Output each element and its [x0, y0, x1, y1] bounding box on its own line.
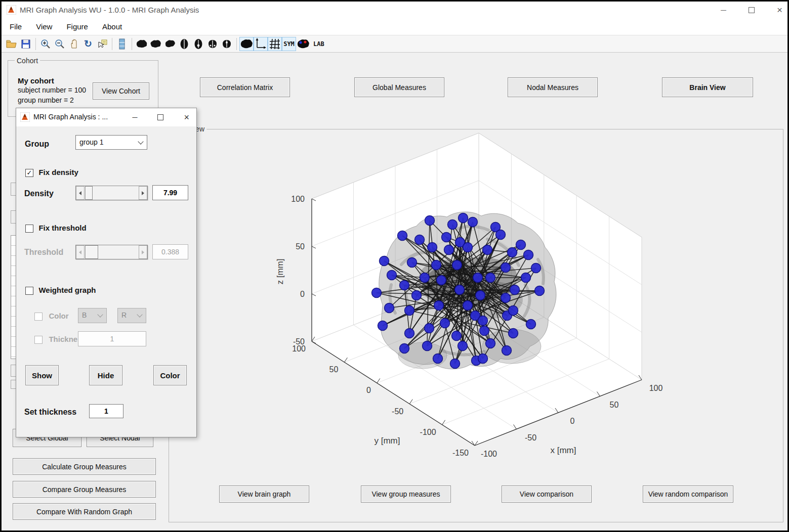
brain-lateral-right-button[interactable]: [149, 37, 163, 51]
fix-density-checkbox[interactable]: ✓ Fix density: [25, 168, 78, 177]
chevron-down-icon: [97, 312, 103, 317]
grid-toggle[interactable]: [268, 37, 282, 51]
weighted-graph-label: Weighted graph: [38, 286, 96, 294]
thickness-checkbox-box: [34, 336, 43, 344]
hide-button[interactable]: Hide: [89, 365, 122, 385]
compare-random-graph-button[interactable]: Compare With Random Graph: [13, 503, 156, 520]
svg-text:100: 100: [291, 195, 305, 203]
view-cohort-button[interactable]: View Cohort: [93, 82, 149, 100]
brain-axial-bottom-button[interactable]: [191, 37, 205, 51]
density-slider[interactable]: [75, 186, 148, 200]
dialog-close-button[interactable]: ×: [184, 112, 189, 123]
pan-button[interactable]: [67, 37, 81, 51]
open-button[interactable]: [5, 37, 19, 51]
close-button[interactable]: ×: [777, 5, 782, 16]
fix-threshold-checkbox-box: [25, 225, 33, 233]
calculate-group-measures-button[interactable]: Calculate Group Measures: [13, 458, 156, 475]
svg-text:-50: -50: [392, 407, 403, 416]
colorbar-button[interactable]: [115, 37, 129, 51]
cohort-subject-count: subject number = 100: [18, 86, 86, 94]
weighted-graph-checkbox[interactable]: Weighted graph: [25, 286, 96, 295]
threshold-slider-left-arrow: [76, 245, 85, 259]
brain-graph-dialog: MRI Graph Analysis : ... ─ × Group group…: [16, 108, 197, 437]
zoom-out-icon: [55, 39, 65, 49]
zoom-out-button[interactable]: [53, 37, 67, 51]
show-button[interactable]: Show: [25, 365, 59, 385]
brain-view-button[interactable]: Brain View: [662, 77, 753, 97]
set-thickness-field[interactable]: 1: [89, 404, 123, 418]
brain-surface-icon: [240, 39, 253, 49]
data-cursor-button[interactable]: [95, 37, 109, 51]
view-group-measures-button[interactable]: View group measures: [361, 485, 451, 503]
brain-lateral-left-button[interactable]: [135, 37, 149, 51]
zoom-in-icon: [40, 39, 51, 49]
global-measures-button[interactable]: Global Measures: [354, 77, 444, 97]
density-value-field[interactable]: 7.99: [152, 185, 188, 200]
window-title: MRI Graph Analysis WU - 1.0.0 - MRI Grap…: [20, 6, 199, 14]
view-comparison-button[interactable]: View comparison: [502, 485, 592, 503]
svg-text:0: 0: [300, 290, 305, 298]
threshold-slider: [75, 245, 148, 259]
menu-about[interactable]: About: [96, 20, 128, 33]
group-combobox-value: group 1: [79, 138, 103, 146]
brain-lateral-right-icon: [150, 39, 162, 48]
dialog-minimize-button[interactable]: ─: [133, 113, 138, 121]
zoom-in-button[interactable]: [38, 37, 53, 51]
maximize-button[interactable]: [749, 7, 755, 13]
svg-text:-100: -100: [481, 450, 497, 458]
weighted-graph-checkbox-box: [25, 287, 33, 295]
svg-text:50: 50: [610, 401, 619, 409]
brain-3d-plot[interactable]: 100500-50100500-50-100-150-100-50050100y…: [169, 129, 783, 522]
brain-view-toggle[interactable]: [239, 37, 254, 51]
axes-toggle[interactable]: [254, 37, 268, 51]
sym-toggle[interactable]: SYM: [282, 37, 296, 51]
dialog-title: MRI Graph Analysis : ...: [33, 113, 108, 121]
chevron-down-icon: [138, 139, 143, 144]
view-random-comparison-button[interactable]: View random comparison: [643, 485, 733, 503]
svg-text:z [mm]: z [mm]: [275, 259, 285, 285]
menu-figure[interactable]: Figure: [60, 20, 94, 33]
compare-group-measures-button[interactable]: Compare Group Measures: [13, 481, 156, 498]
rotate-3d-button[interactable]: ↻: [81, 37, 95, 51]
brain-axial-top-icon: [180, 38, 189, 50]
color-b-combobox: B: [78, 308, 107, 323]
svg-text:50: 50: [296, 242, 305, 251]
brain-axial-top-button[interactable]: [177, 37, 191, 51]
svg-text:x [mm]: x [mm]: [551, 446, 576, 455]
fix-density-checkbox-box: ✓: [25, 169, 33, 177]
data-cursor-icon: [97, 39, 107, 49]
nodal-measures-button[interactable]: Nodal Measures: [508, 77, 598, 97]
brain-coronal-back-button[interactable]: [220, 37, 234, 51]
density-slider-thumb[interactable]: [85, 186, 93, 200]
lab-label: LAB: [313, 40, 324, 48]
menu-file[interactable]: File: [4, 20, 28, 33]
density-slider-left-arrow[interactable]: [76, 186, 85, 200]
axes-icon: [255, 38, 267, 50]
color-checkbox-label: Color: [49, 312, 68, 320]
brain-sagittal-button[interactable]: [163, 37, 177, 51]
fix-threshold-checkbox[interactable]: Fix threshold: [25, 224, 87, 233]
cohort-group-count: group number = 2: [18, 96, 74, 104]
correlation-matrix-button[interactable]: Correlation Matrix: [200, 77, 290, 97]
minimize-button[interactable]: ─: [721, 6, 726, 14]
brain-axial-bottom-icon: [194, 38, 203, 50]
svg-text:0: 0: [366, 386, 371, 394]
color-r-value: R: [121, 311, 127, 319]
color-button[interactable]: Color: [153, 365, 187, 385]
svg-text:100: 100: [649, 384, 663, 392]
dialog-title-bar: MRI Graph Analysis : ... ─ ×: [16, 108, 196, 126]
save-button[interactable]: [19, 37, 33, 51]
svg-text:0: 0: [570, 417, 575, 425]
view-brain-graph-button[interactable]: View brain graph: [219, 485, 309, 503]
rotate-icon: ↻: [84, 38, 92, 50]
density-slider-right-arrow[interactable]: [139, 186, 147, 200]
dialog-maximize-button[interactable]: [157, 114, 163, 120]
brain-coronal-front-button[interactable]: [205, 37, 220, 51]
svg-text:-100: -100: [420, 428, 436, 436]
brain-lateral-left-icon: [136, 39, 148, 48]
brain-sagittal-icon: [164, 39, 176, 48]
menu-view[interactable]: View: [30, 20, 58, 33]
labels-toggle[interactable]: [296, 37, 310, 51]
group-combobox[interactable]: group 1: [75, 135, 147, 150]
threshold-value-field: 0.388: [152, 244, 188, 259]
